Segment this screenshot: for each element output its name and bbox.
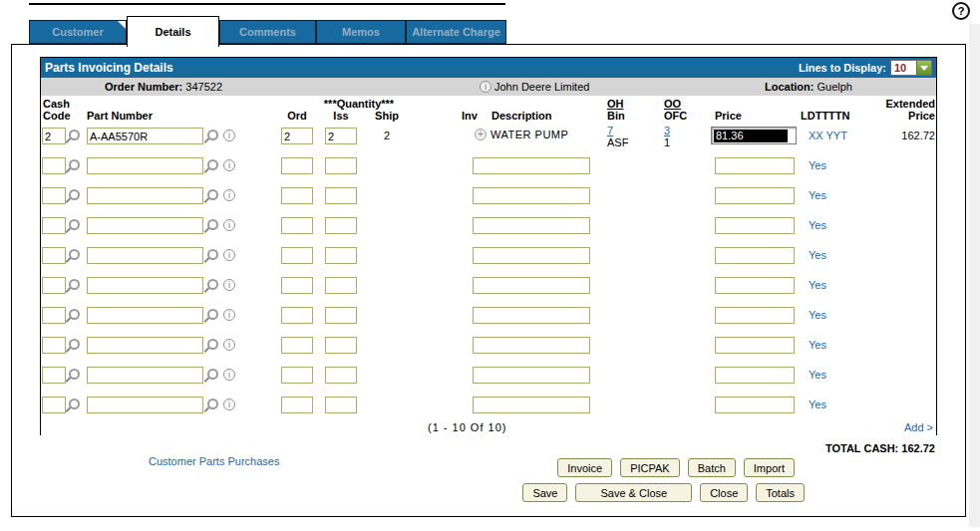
description-input[interactable] [473, 187, 590, 204]
ord-quantity-input[interactable] [281, 217, 313, 234]
iss-quantity-input[interactable] [325, 277, 357, 294]
info-icon[interactable]: i [223, 279, 235, 291]
ldtttn-link[interactable]: Yes [809, 249, 826, 261]
info-icon[interactable]: i [223, 130, 235, 141]
search-icon[interactable] [204, 219, 219, 234]
price-input[interactable] [715, 307, 795, 324]
picpak-button[interactable]: PICPAK [620, 458, 680, 477]
ord-quantity-input[interactable] [281, 337, 313, 354]
search-icon[interactable] [66, 339, 81, 354]
part-number-input[interactable] [87, 337, 203, 354]
search-icon[interactable] [66, 369, 81, 384]
search-icon[interactable] [204, 159, 219, 174]
customer-parts-purchases-link[interactable]: Customer Parts Purchases [149, 455, 279, 467]
part-number-input[interactable] [87, 307, 203, 324]
price-input[interactable] [715, 337, 795, 354]
info-icon[interactable]: i [223, 219, 235, 231]
ord-quantity-input[interactable] [281, 277, 313, 294]
iss-quantity-input[interactable] [325, 367, 357, 384]
description-input[interactable] [473, 217, 590, 234]
ldtttn-link[interactable]: Yes [809, 339, 826, 351]
cash-code-input[interactable] [42, 277, 66, 294]
search-icon[interactable] [204, 189, 219, 204]
cash-code-input[interactable] [42, 157, 66, 174]
ord-quantity-input[interactable] [281, 157, 313, 174]
lines-to-display-select[interactable]: 10 [890, 60, 932, 76]
info-icon[interactable]: i [223, 189, 235, 201]
iss-quantity-input[interactable] [325, 247, 357, 264]
import-button[interactable]: Import [744, 458, 795, 477]
iss-quantity-input[interactable] [325, 187, 357, 204]
price-input[interactable] [715, 217, 795, 234]
search-icon[interactable] [204, 398, 219, 413]
search-icon[interactable] [204, 369, 219, 384]
description-input[interactable] [473, 397, 590, 413]
ldtttn-link[interactable]: Yes [809, 369, 826, 381]
tab-customer[interactable]: Customer [29, 20, 127, 44]
search-icon[interactable] [204, 309, 219, 324]
price-input[interactable] [715, 187, 795, 204]
search-icon[interactable] [204, 130, 219, 144]
part-number-input[interactable] [87, 157, 203, 174]
tab-comments[interactable]: Comments [219, 20, 316, 44]
iss-quantity-input[interactable] [325, 397, 357, 413]
batch-button[interactable]: Batch [688, 458, 736, 477]
search-icon[interactable] [66, 249, 81, 264]
iss-quantity-input[interactable] [325, 157, 357, 174]
info-icon[interactable]: i [223, 159, 235, 171]
plus-icon[interactable]: + [475, 129, 487, 140]
cash-code-input[interactable] [42, 367, 66, 384]
part-number-input[interactable] [87, 367, 203, 384]
description-input[interactable] [473, 277, 590, 294]
part-number-input[interactable] [87, 128, 203, 144]
tab-memos[interactable]: Memos [316, 20, 406, 44]
search-icon[interactable] [204, 279, 219, 294]
info-icon[interactable]: i [223, 339, 235, 351]
description-input[interactable] [473, 307, 590, 324]
search-icon[interactable] [66, 279, 81, 294]
close-button[interactable]: Close [700, 483, 748, 502]
cash-code-input[interactable] [42, 187, 66, 204]
tab-details[interactable]: Details [127, 16, 219, 47]
search-icon[interactable] [66, 219, 81, 234]
ord-quantity-input[interactable] [281, 247, 313, 264]
search-icon[interactable] [66, 189, 81, 204]
oo-quantity-link[interactable]: 3 [664, 125, 670, 136]
add-line-link[interactable]: Add > [904, 421, 933, 433]
oh-quantity-link[interactable]: 7 [607, 125, 613, 136]
iss-quantity-input[interactable] [325, 217, 357, 234]
info-icon[interactable]: i [223, 249, 235, 261]
search-icon[interactable] [66, 309, 81, 324]
part-number-input[interactable] [87, 247, 203, 264]
price-input[interactable] [715, 367, 795, 384]
ord-quantity-input[interactable] [281, 307, 313, 324]
search-icon[interactable] [66, 398, 81, 413]
price-input[interactable] [715, 397, 795, 413]
info-icon[interactable]: i [223, 369, 235, 381]
tab-alternate-charge[interactable]: Alternate Charge [406, 20, 506, 44]
part-number-input[interactable] [87, 187, 203, 204]
ord-quantity-input[interactable] [281, 187, 313, 204]
iss-quantity-input[interactable] [325, 337, 357, 354]
info-icon[interactable]: i [223, 398, 235, 410]
part-number-input[interactable] [87, 217, 203, 234]
chevron-down-icon[interactable] [916, 61, 931, 75]
description-input[interactable] [473, 247, 590, 264]
ldtttn-link[interactable]: Yes [809, 189, 826, 201]
cash-code-input[interactable] [42, 217, 66, 234]
cash-code-input[interactable] [42, 128, 66, 144]
ord-quantity-input[interactable] [281, 367, 313, 384]
ldtttn-link[interactable]: Yes [809, 279, 826, 291]
save-and-close-button[interactable]: Save & Close [575, 483, 692, 502]
ldtttn-link[interactable]: Yes [809, 398, 826, 410]
ldtttn-link[interactable]: Yes [809, 159, 826, 171]
price-input[interactable] [715, 277, 795, 294]
save-button[interactable]: Save [522, 483, 567, 502]
iss-quantity-input[interactable] [325, 307, 357, 324]
search-icon[interactable] [66, 130, 81, 144]
search-icon[interactable] [204, 339, 219, 354]
part-number-input[interactable] [87, 277, 203, 294]
price-input[interactable]: 81.36 [711, 127, 797, 144]
invoice-button[interactable]: Invoice [557, 458, 612, 477]
price-input[interactable] [715, 157, 795, 174]
